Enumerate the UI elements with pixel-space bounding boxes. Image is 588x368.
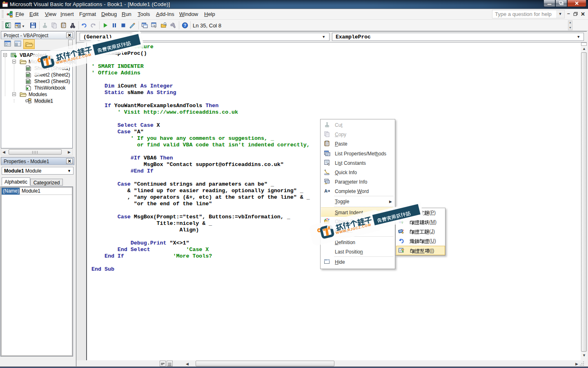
svg-text:A: A: [324, 188, 327, 193]
